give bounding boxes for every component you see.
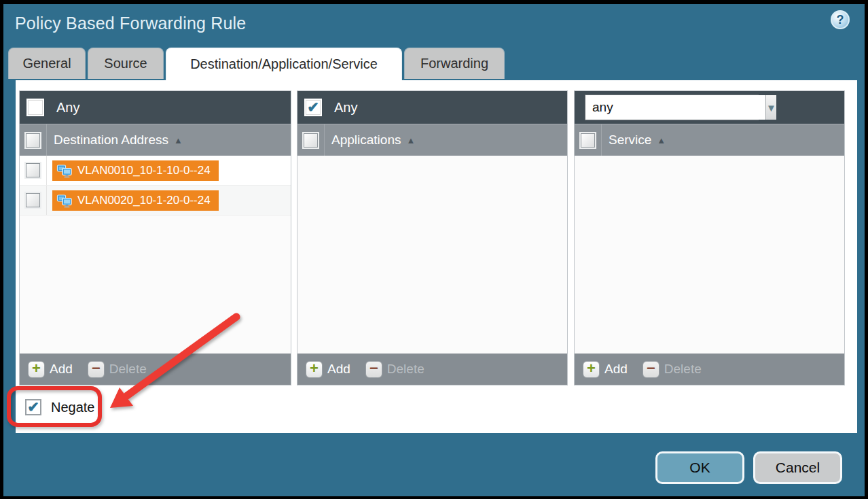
row-checkbox[interactable] [26, 163, 40, 177]
destination-header-label[interactable]: Destination Address [54, 133, 168, 148]
tab-forwarding[interactable]: Forwarding [404, 48, 505, 79]
applications-any-checkbox[interactable]: ✔ [304, 99, 322, 116]
destination-list-footer: + Add − Delete [20, 354, 291, 385]
service-column-header: Service ▲ [575, 124, 844, 156]
help-icon[interactable]: ? [831, 10, 850, 29]
add-button-label: Add [327, 362, 350, 377]
destination-any-bar: Any [20, 91, 291, 124]
applications-any-bar: ✔ Any [297, 91, 567, 124]
plus-icon: + [32, 361, 41, 376]
applications-column: ✔ Any Applications ▲ + Add − [297, 90, 568, 385]
negate-checkbox[interactable]: ✔ [25, 399, 41, 415]
chevron-down-icon: ▼ [766, 102, 776, 114]
add-button[interactable]: + Add [28, 361, 73, 378]
address-object-name: VLAN0010_10-1-10-0--24 [77, 164, 211, 177]
service-column: ▼ Service ▲ + Add − [574, 90, 845, 385]
sort-asc-icon[interactable]: ▲ [406, 135, 415, 145]
pbf-rule-dialog: Policy Based Forwarding Rule ? General S… [3, 4, 865, 496]
destination-selectall-checkbox[interactable] [26, 133, 40, 148]
delete-button[interactable]: − Delete [643, 361, 702, 378]
destination-column-header: Destination Address ▲ [20, 124, 291, 156]
destination-any-checkbox[interactable] [26, 99, 44, 116]
applications-selectall-checkbox[interactable] [304, 133, 318, 148]
address-object-chip[interactable]: VLAN0020_10-1-20-0--24 [52, 190, 219, 211]
check-icon: ✔ [27, 400, 39, 414]
dropdown-button[interactable]: ▼ [765, 95, 776, 120]
table-row[interactable]: VLAN0010_10-1-10-0--24 [20, 156, 291, 186]
address-object-chip[interactable]: VLAN0010_10-1-10-0--24 [52, 160, 219, 181]
minus-icon: − [92, 361, 101, 376]
check-icon: ✔ [307, 100, 319, 114]
network-address-icon [56, 192, 73, 209]
service-list [575, 156, 844, 354]
applications-list [297, 156, 567, 354]
tab-destination-application-service[interactable]: Destination/Application/Service [166, 48, 402, 80]
row-checkbox[interactable] [26, 193, 40, 207]
applications-any-label: Any [334, 100, 357, 116]
negate-control: ✔ Negate [25, 399, 95, 415]
applications-header-label[interactable]: Applications [331, 133, 401, 148]
address-object-name: VLAN0020_10-1-20-0--24 [77, 194, 211, 207]
negate-label: Negate [51, 400, 95, 415]
add-button-label: Add [50, 362, 73, 377]
cancel-button[interactable]: Cancel [753, 451, 842, 484]
destination-address-column: Any Destination Address ▲ [19, 90, 291, 385]
delete-button-label: Delete [664, 362, 702, 377]
service-dropdown-input[interactable] [585, 95, 765, 120]
add-button[interactable]: + Add [306, 361, 350, 378]
tab-bar: General Source Destination/Application/S… [8, 48, 505, 80]
sort-asc-icon[interactable]: ▲ [174, 135, 183, 145]
delete-button-label: Delete [109, 362, 147, 377]
tab-source[interactable]: Source [88, 48, 164, 79]
destination-any-label: Any [56, 100, 79, 116]
service-dropdown: ▼ [585, 94, 759, 120]
screenshot-root: Policy Based Forwarding Rule ? General S… [0, 0, 868, 499]
service-list-footer: + Add − Delete [575, 354, 844, 385]
table-row[interactable]: VLAN0020_10-1-20-0--24 [20, 186, 291, 216]
minus-icon: − [369, 361, 378, 376]
minus-icon: − [647, 361, 655, 376]
service-header-label[interactable]: Service [609, 133, 651, 148]
tab-content-panel: Any Destination Address ▲ [16, 80, 857, 433]
service-selectall-checkbox[interactable] [581, 133, 595, 148]
delete-button-label: Delete [387, 362, 424, 377]
dialog-title: Policy Based Forwarding Rule [15, 14, 246, 33]
plus-icon: + [310, 361, 319, 376]
applications-column-header: Applications ▲ [297, 124, 567, 156]
tab-general[interactable]: General [8, 48, 86, 79]
delete-button[interactable]: − Delete [365, 361, 424, 378]
add-button-label: Add [604, 362, 628, 377]
ok-button[interactable]: OK [655, 451, 744, 484]
network-address-icon [56, 162, 73, 179]
destination-list: VLAN0010_10-1-10-0--24 [20, 156, 291, 354]
add-button[interactable]: + Add [583, 361, 628, 378]
applications-list-footer: + Add − Delete [297, 354, 567, 385]
plus-icon: + [587, 361, 596, 376]
delete-button[interactable]: − Delete [88, 361, 147, 378]
sort-asc-icon[interactable]: ▲ [657, 135, 666, 145]
service-dropdown-bar: ▼ [575, 91, 844, 124]
